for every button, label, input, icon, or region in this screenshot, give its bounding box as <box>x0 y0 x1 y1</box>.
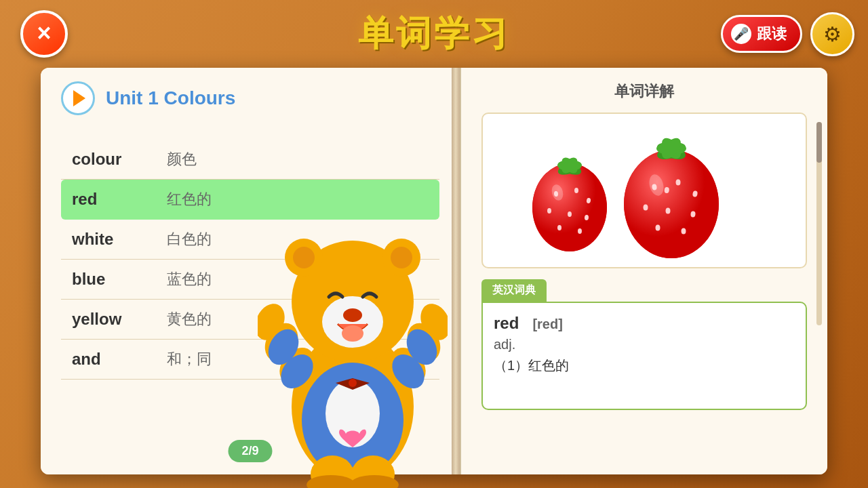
scrollbar[interactable] <box>816 122 822 325</box>
word-image-box <box>481 113 807 268</box>
settings-button[interactable]: ⚙ <box>810 12 854 56</box>
gear-icon: ⚙ <box>823 22 842 46</box>
dict-word: red [red] <box>494 314 795 333</box>
word-zh: 黄色的 <box>167 309 212 329</box>
word-en: colour <box>72 150 153 169</box>
word-zh: 白色的 <box>167 229 212 249</box>
detail-title: 单词详解 <box>481 81 807 102</box>
unit-header: Unit 1 Colours <box>61 81 439 123</box>
svg-point-57 <box>342 325 363 342</box>
svg-point-54 <box>391 247 412 268</box>
word-en: and <box>72 350 153 369</box>
word-en: yellow <box>72 310 153 329</box>
svg-point-19 <box>676 180 681 186</box>
svg-point-24 <box>656 225 660 231</box>
bear-svg <box>258 203 448 488</box>
dict-phonetic: [red] <box>532 317 562 331</box>
svg-point-53 <box>293 247 315 268</box>
word-zh: 颜色 <box>167 149 197 169</box>
svg-point-25 <box>682 228 686 235</box>
dict-tab[interactable]: 英汉词典 <box>481 279 547 302</box>
dict-pos: adj. <box>494 337 795 352</box>
svg-point-8 <box>557 225 561 230</box>
svg-point-9 <box>578 228 582 234</box>
top-bar: × 单词学习 🎤 跟读 ⚙ <box>0 0 868 68</box>
word-zh: 和；同 <box>167 349 212 369</box>
svg-point-58 <box>349 379 357 387</box>
follow-read-button[interactable]: 🎤 跟读 <box>721 15 802 53</box>
svg-point-56 <box>343 308 362 322</box>
book-spine <box>452 68 460 474</box>
strawberry-image <box>515 119 773 262</box>
word-en: red <box>72 190 153 209</box>
top-right-buttons: 🎤 跟读 ⚙ <box>721 12 854 56</box>
svg-point-1 <box>532 163 607 251</box>
dict-word-en: red <box>494 314 519 332</box>
word-en: blue <box>72 270 153 289</box>
svg-point-5 <box>547 208 551 214</box>
svg-point-6 <box>568 211 572 217</box>
dict-def: （1）红色的 <box>494 357 795 375</box>
svg-point-22 <box>666 208 671 214</box>
right-page: 单词详解 <box>461 68 827 474</box>
close-icon: × <box>37 21 51 45</box>
word-row-colour[interactable]: colour 颜色 <box>61 140 439 180</box>
page-title: 单词学习 <box>358 10 510 58</box>
play-button[interactable] <box>61 81 95 115</box>
bear-mascot <box>258 203 448 488</box>
close-button[interactable]: × <box>20 10 68 58</box>
follow-read-label: 跟读 <box>757 24 787 44</box>
unit-title: Unit 1 Colours <box>106 87 235 109</box>
dictionary-section: 英汉词典 red [red] adj. （1）红色的 <box>481 279 807 461</box>
mic-icon: 🎤 <box>731 24 751 44</box>
dict-content: red [red] adj. （1）红色的 <box>481 302 807 410</box>
svg-point-3 <box>574 188 578 193</box>
svg-point-17 <box>624 150 719 258</box>
scrollbar-thumb <box>816 122 822 163</box>
word-zh: 红色的 <box>167 189 212 209</box>
svg-point-21 <box>644 205 648 211</box>
word-en: white <box>72 230 153 249</box>
word-zh: 蓝色的 <box>167 269 212 289</box>
